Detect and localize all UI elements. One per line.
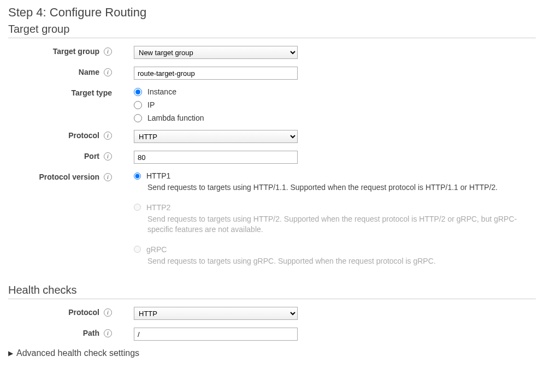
name-input[interactable]: [134, 67, 298, 80]
radio-label-http1: HTTP1: [146, 171, 170, 180]
advanced-health-check-toggle[interactable]: ▶ Advanced health check settings: [8, 348, 536, 358]
label-hc-protocol: Protocol: [68, 308, 99, 317]
info-icon[interactable]: i: [104, 68, 112, 76]
label-protocol-version: Protocol version: [39, 173, 99, 181]
radio-protocol-version-http2: [134, 204, 141, 211]
label-protocol: Protocol: [68, 131, 99, 140]
label-hc-path: Path: [83, 329, 99, 337]
advanced-label: Advanced health check settings: [16, 348, 139, 358]
radio-target-type-lambda[interactable]: Lambda function: [134, 114, 536, 122]
row-port: Port i: [8, 151, 536, 164]
radio-input-ip[interactable]: [134, 101, 142, 109]
info-icon[interactable]: i: [104, 173, 112, 181]
radio-label-http2: HTTP2: [146, 203, 170, 212]
step-title: Step 4: Configure Routing: [8, 5, 536, 20]
radio-label-lambda: Lambda function: [147, 114, 204, 122]
info-icon[interactable]: i: [104, 47, 112, 56]
radio-label-instance: Instance: [147, 87, 176, 96]
label-target-group: Target group: [53, 47, 99, 56]
radio-protocol-version-http1[interactable]: [134, 173, 141, 180]
row-protocol-version: Protocol version i HTTP1 Send requests t…: [8, 171, 536, 276]
desc-http2: Send requests to targets using HTTP/2. S…: [147, 214, 530, 235]
label-name: Name: [79, 68, 99, 76]
protocol-select[interactable]: HTTP: [134, 130, 298, 143]
row-protocol: Protocol i HTTP: [8, 130, 536, 143]
info-icon[interactable]: i: [104, 308, 112, 317]
info-icon[interactable]: i: [104, 152, 112, 161]
radio-label-grpc: gRPC: [146, 245, 167, 254]
radio-input-instance[interactable]: [134, 88, 142, 96]
desc-grpc: Send requests to targets using gRPC. Sup…: [147, 256, 530, 267]
radio-protocol-version-grpc: [134, 246, 141, 253]
section-title-target-group: Target group: [8, 23, 536, 38]
row-hc-path: Path i: [8, 328, 536, 341]
radio-target-type-ip[interactable]: IP: [134, 100, 536, 109]
row-name: Name i: [8, 67, 536, 80]
port-input[interactable]: [134, 151, 298, 164]
row-target-group: Target group i New target group: [8, 46, 536, 59]
hc-path-input[interactable]: [134, 328, 298, 341]
hc-protocol-select[interactable]: HTTP: [134, 307, 298, 320]
desc-http1: Send requests to targets using HTTP/1.1.…: [147, 182, 530, 193]
info-icon[interactable]: i: [104, 329, 112, 337]
label-target-type: Target type: [72, 88, 112, 97]
info-icon[interactable]: i: [104, 132, 112, 140]
row-target-type: Target type Instance IP Lambda function: [8, 87, 536, 122]
label-port: Port: [84, 152, 99, 161]
radio-label-ip: IP: [147, 100, 155, 109]
row-hc-protocol: Protocol i HTTP: [8, 307, 536, 320]
radio-input-lambda[interactable]: [134, 114, 142, 122]
section-title-health-checks: Health checks: [8, 284, 536, 299]
radio-target-type-instance[interactable]: Instance: [134, 87, 536, 96]
caret-right-icon: ▶: [8, 349, 13, 357]
target-group-select[interactable]: New target group: [134, 46, 298, 59]
